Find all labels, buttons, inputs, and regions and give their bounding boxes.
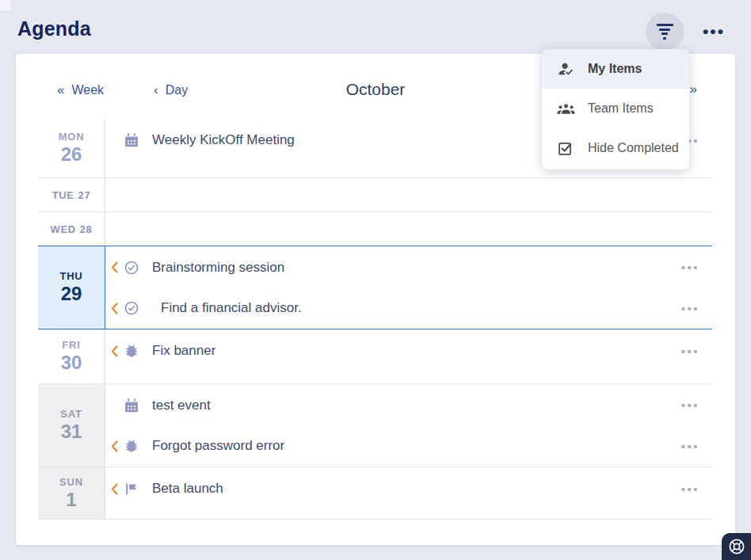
checkbox-checked-icon xyxy=(557,139,576,157)
life-ring-icon xyxy=(727,537,746,556)
event-row[interactable]: test event ••• xyxy=(110,385,712,426)
overdue-chevron-icon xyxy=(110,440,124,453)
menu-item-label: Hide Completed xyxy=(588,141,679,155)
calendar-event-icon xyxy=(124,398,144,413)
event-title: Brainstorming session xyxy=(152,260,284,276)
day-name: SUN xyxy=(59,476,83,488)
day-cell-weekend[interactable]: SUN 1 xyxy=(38,467,105,519)
day-number: 30 xyxy=(61,352,82,374)
next-button[interactable]: » xyxy=(690,82,697,97)
day-number: 31 xyxy=(61,421,82,443)
corner-decoration xyxy=(0,0,10,10)
filter-dropdown-menu: My Items Team Items Hide Completed xyxy=(542,49,689,170)
menu-item-label: Team Items xyxy=(588,101,654,116)
event-title: Weekly KickOff Meeting xyxy=(152,132,295,148)
milestone-flag-icon xyxy=(124,482,144,497)
day-number: 29 xyxy=(61,283,82,305)
bug-icon xyxy=(124,343,144,359)
agenda-day-list: MON 26 Weekly KickOff Meeting ••• TUE xyxy=(38,119,712,520)
event-title: test event xyxy=(152,398,211,413)
overdue-chevron-icon xyxy=(110,261,124,274)
event-row[interactable]: Brainstorming session ••• xyxy=(110,247,712,288)
day-row-tue-27: TUE 27 xyxy=(38,177,712,211)
day-cell[interactable]: FRI 30 xyxy=(38,330,105,383)
person-check-icon xyxy=(557,60,576,78)
event-more-options-button[interactable]: ••• xyxy=(681,398,712,412)
day-number: 1 xyxy=(66,489,76,511)
day-name: THU xyxy=(59,270,82,282)
event-more-options-button[interactable]: ••• xyxy=(681,482,712,496)
event-more-options-button[interactable]: ••• xyxy=(681,261,712,274)
day-cell-selected[interactable]: THU 29 xyxy=(38,246,105,329)
double-chevron-right-icon: » xyxy=(690,82,697,97)
bug-icon xyxy=(124,438,144,454)
overdue-chevron-icon xyxy=(110,482,124,496)
event-row[interactable]: Forgot password error ••• xyxy=(110,426,712,467)
day-number: 27 xyxy=(78,189,91,201)
day-row-fri-30: FRI 30 Fix banner ••• xyxy=(38,330,712,383)
team-icon xyxy=(557,101,576,116)
event-title: Fix banner xyxy=(152,343,215,359)
event-more-options-button[interactable]: ••• xyxy=(681,345,712,358)
filter-button[interactable] xyxy=(646,13,684,51)
help-widget-button[interactable] xyxy=(722,533,751,560)
day-row-sun-1: SUN 1 Beta launch ••• xyxy=(38,467,712,520)
day-name: TUE xyxy=(52,189,74,201)
event-more-options-button[interactable]: ••• xyxy=(681,302,712,315)
event-title: Beta launch xyxy=(152,481,223,497)
event-row[interactable]: Fix banner ••• xyxy=(110,330,712,371)
page-title: Agenda xyxy=(17,17,91,40)
overdue-chevron-icon xyxy=(110,345,124,358)
menu-item-team-items[interactable]: Team Items xyxy=(542,89,689,128)
overdue-chevron-icon xyxy=(110,302,124,315)
day-row-wed-28: WED 28 xyxy=(38,211,712,246)
todo-check-icon xyxy=(124,260,144,276)
day-cell[interactable]: TUE 27 xyxy=(38,178,105,211)
event-title: Find a financial advisor. xyxy=(161,300,302,316)
day-name: SAT xyxy=(60,408,82,420)
event-more-options-button[interactable]: ••• xyxy=(681,440,712,453)
menu-item-hide-completed[interactable]: Hide Completed xyxy=(542,128,689,168)
day-cell-weekend[interactable]: SAT 31 xyxy=(38,384,105,467)
event-title: Forgot password error xyxy=(152,438,284,454)
day-cell[interactable]: MON 26 xyxy=(38,119,105,177)
day-number: 28 xyxy=(80,223,93,235)
day-row-thu-29-selected: THU 29 Brainstorming session ••• xyxy=(38,246,712,330)
day-number: 26 xyxy=(61,143,82,166)
day-cell[interactable]: WED 28 xyxy=(38,212,105,246)
event-row[interactable]: Find a financial advisor. ••• xyxy=(110,288,712,330)
todo-check-icon xyxy=(124,300,144,316)
day-row-sat-31: SAT 31 test event ••• xyxy=(38,383,712,467)
menu-item-my-items[interactable]: My Items xyxy=(542,49,689,89)
header-more-options-button[interactable]: ••• xyxy=(697,19,730,44)
menu-item-label: My Items xyxy=(588,62,642,76)
day-name: FRI xyxy=(62,339,80,351)
day-name: MON xyxy=(59,131,85,143)
calendar-event-icon xyxy=(124,132,144,148)
event-row[interactable]: Beta launch ••• xyxy=(110,468,712,509)
day-name: WED xyxy=(51,223,76,235)
